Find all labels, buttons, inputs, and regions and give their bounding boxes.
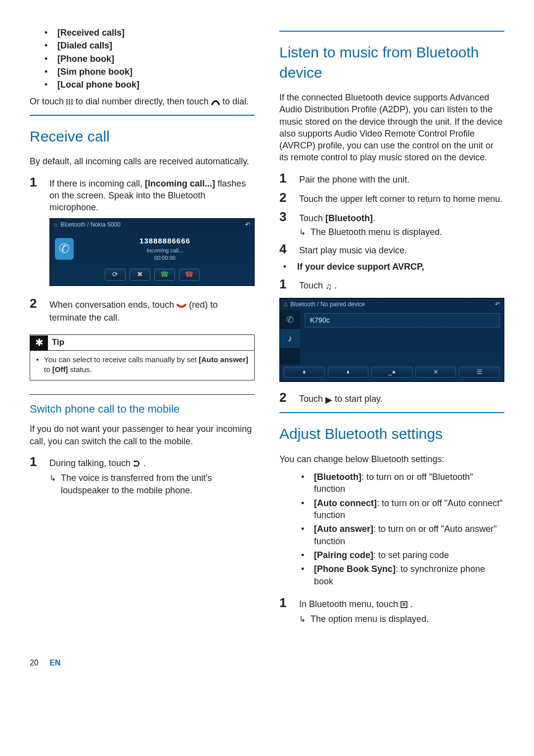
hangup-icon [177, 300, 186, 312]
step-body: Touch the upper left corner to return to… [299, 193, 504, 205]
tip-header: ✱ Tip [30, 335, 254, 351]
switch-intro: If you do not want your passenger to hea… [30, 423, 255, 447]
step-number: 1 [30, 453, 41, 471]
step-body: If there is incoming call, [Incoming cal… [49, 178, 255, 293]
device-buttons: ⟳ ✖ ☎ ☎ [50, 266, 254, 285]
device-titlebar: ⌂ Bluetooth / Nokia 5000 ↶ [50, 219, 254, 231]
next-button[interactable]: ♦ [328, 367, 369, 378]
text: to [44, 365, 52, 374]
phone-icon: ✆ [55, 238, 74, 260]
setting-name: [Auto answer] [314, 524, 373, 534]
hangup-button[interactable]: ☎ [179, 269, 200, 281]
text: to start play. [335, 394, 383, 404]
back-icon: ↶ [495, 300, 500, 308]
adjust-steps: 1 In Bluetooth menu, touch . ↳ The optio… [279, 594, 504, 625]
page-number: 20 [30, 658, 39, 668]
step-body: Touch ▶ to start play. [299, 393, 504, 406]
opt-sim: [Sim phone book] [57, 67, 133, 77]
text: The Bluetooth menu is displayed. [311, 226, 442, 238]
keypad-icon [66, 96, 73, 108]
or-touch-line: Or touch to dial number directly, then t… [30, 95, 255, 108]
answer-button[interactable]: ☎ [154, 269, 175, 281]
svg-rect-1 [69, 99, 70, 100]
breadcrumb: Bluetooth / No paired device [290, 300, 365, 308]
text: Or touch [30, 96, 66, 106]
breadcrumb: Bluetooth / Nokia 5000 [60, 221, 120, 229]
step-body: Touch [Bluetooth]. ↳ The Bluetooth menu … [299, 212, 504, 238]
text: [Auto answer] [199, 355, 248, 364]
language-code: EN [49, 659, 60, 667]
tip-icon: ✱ [30, 335, 48, 350]
step-body: During talking, touch . ↳ The voice is t… [49, 457, 255, 496]
step-body: Start play music via device. [299, 244, 504, 256]
step-number: 2 [279, 189, 290, 206]
svg-rect-8 [71, 103, 73, 104]
text: . [335, 281, 337, 290]
tip-body: • You can select to receive calls manual… [30, 351, 254, 380]
device-screenshot-incoming: ⌂ Bluetooth / Nokia 5000 ↶ ✆ 13888886666… [49, 218, 255, 285]
setting-name: [Phone Book Sync] [314, 564, 396, 574]
step-number: 1 [279, 276, 290, 293]
list-item[interactable]: K790c [305, 313, 500, 328]
prev-button[interactable]: ♦ [284, 367, 325, 378]
device-titlebar: ⌂ Bluetooth / No paired device ↶ [280, 298, 504, 310]
tab-music[interactable]: ♪ [280, 329, 300, 348]
arrow-icon: ↳ [49, 472, 56, 496]
text: status. [68, 365, 91, 374]
setting-name: [Bluetooth] [314, 472, 361, 482]
delete-button[interactable]: ✕ [415, 367, 456, 378]
text: Touch [299, 394, 325, 404]
step-body: When conversation ends, touch (red) to t… [49, 299, 255, 324]
text: When conversation ends, touch [49, 300, 177, 310]
step-number: 1 [279, 594, 290, 612]
switch-icon [133, 458, 141, 470]
opt-received: [Received calls] [57, 28, 125, 38]
result-line: ↳ The voice is transferred from the unit… [49, 472, 255, 496]
connect-button[interactable]: ⎯● [371, 367, 412, 378]
svg-rect-0 [66, 99, 68, 100]
step-number: 4 [279, 240, 290, 258]
step-number: 3 [279, 208, 290, 226]
avrcp-note: • If your device support AVRCP, [279, 261, 504, 273]
text: If there is incoming call, [49, 179, 145, 189]
svg-rect-7 [69, 103, 70, 104]
menu-button[interactable]: ☰ [459, 367, 500, 378]
music-note-icon: ♫ [325, 281, 332, 292]
step-body: Touch ♫ . [299, 280, 504, 292]
text: In Bluetooth menu, touch [299, 599, 400, 609]
page-footer: 20 EN [30, 658, 504, 668]
call-timer: 00:00:00 [81, 254, 249, 262]
device-screenshot-music: ⌂ Bluetooth / No paired device ↶ ✆ ♪ K79… [279, 298, 504, 382]
mute-button[interactable]: ✖ [130, 269, 150, 281]
back-icon: ↶ [245, 221, 250, 229]
step-body: In Bluetooth menu, touch . ↳ The option … [299, 598, 504, 625]
tab-phone[interactable]: ✆ [280, 310, 300, 329]
heading-adjust-settings: Adjust Bluetooth settings [279, 412, 504, 444]
home-icon: ⌂ [284, 300, 287, 308]
receive-intro: By default, all incoming calls are recei… [30, 155, 255, 167]
text: Touch [299, 213, 325, 223]
text: . [373, 213, 375, 223]
svg-rect-6 [66, 103, 68, 104]
step-number: 1 [30, 174, 41, 191]
svg-rect-4 [69, 101, 70, 102]
device-list: K790c [301, 310, 504, 365]
step-number: 2 [30, 295, 41, 312]
text: If your device support AVRCP, [297, 261, 424, 273]
dial-icon [211, 96, 220, 108]
call-status: Incoming call... [81, 247, 249, 254]
text: to dial. [222, 96, 249, 106]
text: The voice is transferred from the unit's… [61, 472, 255, 496]
switch-button[interactable]: ⟳ [105, 269, 126, 281]
result-line: ↳ The Bluetooth menu is displayed. [299, 226, 504, 238]
result-line: ↳ The option menu is displayed. [299, 613, 504, 625]
svg-rect-5 [71, 101, 73, 102]
heading-receive-call: Receive call [30, 115, 255, 147]
switch-steps: 1 During talking, touch . ↳ The voice is… [30, 453, 255, 496]
arrow-icon: ↳ [299, 226, 306, 238]
text: During talking, touch [49, 458, 133, 468]
listen-intro: If the connected Bluetooth device suppor… [279, 92, 504, 164]
listen-steps: 1Pair the phone with the unit. 2Touch th… [279, 170, 504, 258]
settings-list: [Bluetooth]: to turn on or off "Bluetoot… [279, 471, 504, 587]
text: [Off] [52, 365, 68, 374]
